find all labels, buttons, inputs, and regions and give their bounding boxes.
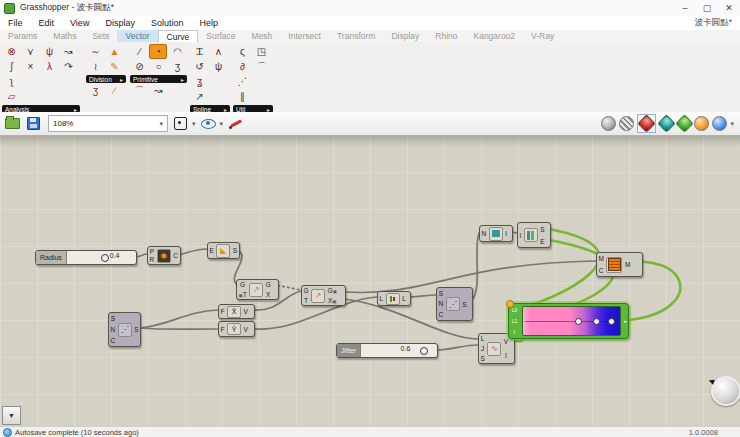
node-series[interactable]: S N C ⋰ S (436, 287, 473, 321)
tab-mesh[interactable]: Mesh (244, 30, 281, 42)
output-port[interactable]: M (625, 261, 630, 268)
zoom-select[interactable]: 108% ▾ (48, 115, 168, 132)
curve-tool-icon[interactable]: ʒ (168, 59, 187, 74)
output-port[interactable]: X▣ (328, 297, 337, 304)
red-gem-button-selected[interactable] (637, 114, 656, 133)
curve-tool-icon[interactable]: ∥ (233, 89, 252, 104)
curve-tool-icon[interactable]: ς (233, 44, 252, 59)
input-port[interactable]: L (380, 295, 384, 302)
curve-tool-icon[interactable]: ↷ (59, 59, 78, 74)
curve-tool-icon[interactable]: ∕ (130, 44, 149, 59)
tab-rhino[interactable]: Rhino (427, 30, 465, 42)
output-port[interactable]: X (266, 291, 270, 298)
node-bounds[interactable]: N I (479, 225, 513, 242)
minimize-button[interactable]: – (674, 0, 696, 16)
slider-track[interactable]: 0.6 (361, 344, 437, 357)
input-port[interactable]: L0 (512, 307, 518, 313)
slider-grip[interactable] (420, 347, 428, 355)
input-port[interactable]: N (111, 326, 116, 333)
curve-tool-icon[interactable]: λ (40, 59, 59, 74)
curve-tool-icon[interactable]: ⌒ (252, 59, 271, 74)
input-port[interactable]: t (514, 329, 515, 335)
input-port[interactable]: F (221, 326, 225, 333)
curve-tool-icon[interactable]: ↝ (59, 44, 78, 59)
curve-tool-icon[interactable]: ↗ (190, 89, 209, 104)
input-port[interactable]: C (439, 311, 444, 318)
input-port[interactable]: N (482, 230, 487, 237)
gradient-swatch[interactable] (522, 306, 621, 336)
menu-help[interactable]: Help (191, 16, 226, 30)
maximize-button[interactable]: ▢ (696, 0, 718, 16)
input-port[interactable]: S (439, 290, 443, 297)
node-gradient-selected[interactable]: L0 L1 t ▸ (508, 303, 629, 339)
input-port[interactable]: L1 (512, 318, 518, 324)
number-slider-jitter[interactable]: Jitter 0.6 (336, 343, 438, 358)
output-port[interactable]: V (243, 308, 247, 315)
curve-tool-icon[interactable]: ↺ (190, 59, 209, 74)
output-port[interactable]: G (266, 281, 271, 288)
curve-tool-icon[interactable]: ⋎ (21, 44, 40, 59)
orange-ball-icon[interactable] (694, 116, 709, 131)
curve-tool-icon[interactable]: ∧ (209, 44, 228, 59)
menu-view[interactable]: View (62, 16, 97, 30)
open-file-button[interactable] (4, 115, 21, 132)
input-port[interactable]: T (304, 297, 308, 304)
curve-tool-icon[interactable]: ◠ (168, 44, 187, 59)
tab-sets[interactable]: Sets (84, 30, 117, 42)
node-unit-x[interactable]: F X̂ V (218, 304, 255, 319)
curve-tool-icon[interactable]: ʅ (2, 74, 21, 89)
number-slider-radius[interactable]: Radius 0.4 (35, 250, 137, 265)
output-port[interactable]: G▣ (328, 287, 337, 294)
output-port[interactable]: S (233, 247, 237, 254)
input-port[interactable]: C (111, 337, 116, 344)
input-port[interactable]: G (240, 281, 245, 288)
save-file-button[interactable] (25, 115, 42, 132)
output-port[interactable]: ▸ (623, 304, 628, 338)
sketch-button[interactable] (227, 115, 244, 132)
node-move[interactable]: G T ↗ G▣ X▣ (301, 285, 346, 306)
canvas-dock-button[interactable]: ▼ (2, 406, 21, 425)
curve-tool-icon-selected[interactable]: ◔ (149, 44, 167, 59)
close-button[interactable]: ✕ (718, 0, 740, 16)
node-series[interactable]: S N C ⋰ S (108, 312, 141, 347)
node-mesh-colours[interactable]: M C M (596, 252, 643, 277)
tab-kangaroo2[interactable]: Kangaroo2 (465, 30, 523, 42)
node-explode[interactable]: E ◣ S (207, 242, 240, 259)
teal-gem-icon[interactable] (658, 114, 676, 132)
output-port[interactable]: V (504, 338, 508, 345)
curve-tool-icon[interactable]: ▱ (2, 89, 21, 104)
green-gem-icon[interactable] (676, 114, 694, 132)
gradient-grip[interactable] (608, 318, 615, 325)
shaded-sphere-icon[interactable] (601, 116, 616, 131)
output-port[interactable]: E (540, 238, 544, 245)
output-port[interactable]: I (505, 230, 507, 237)
output-port[interactable]: L (402, 295, 406, 302)
curve-tool-icon[interactable]: ▲ (105, 44, 124, 59)
curve-tool-icon[interactable]: ⊗ (2, 44, 21, 59)
curve-tool-icon[interactable]: ≀ (86, 59, 105, 74)
output-port[interactable]: V (243, 326, 247, 333)
slider-track[interactable]: 0.4 (67, 251, 136, 264)
node-deconstruct-domain[interactable]: I S E (517, 222, 551, 248)
input-port[interactable]: S (481, 355, 485, 362)
tab-surface[interactable]: Surface (198, 30, 243, 42)
tab-display[interactable]: Display (383, 30, 427, 42)
chevron-down-icon[interactable]: ▾ (220, 120, 224, 128)
input-port[interactable]: I (520, 232, 522, 239)
input-port[interactable]: S (111, 315, 115, 322)
output-port[interactable]: S (540, 226, 544, 233)
input-port[interactable]: L (481, 335, 485, 342)
curve-tool-icon[interactable]: ⋰ (233, 74, 252, 89)
input-port[interactable]: N (439, 300, 444, 307)
node-circle[interactable]: P R ◉ C (147, 246, 181, 265)
tab-vray[interactable]: V-Ray (523, 30, 562, 42)
output-port[interactable]: S (134, 326, 138, 333)
tab-vector[interactable]: Vector (117, 30, 157, 42)
output-port[interactable]: S (462, 301, 466, 308)
menu-file[interactable]: File (0, 16, 31, 30)
curve-tool-icon[interactable]: Ɪ (190, 44, 209, 59)
curve-tool-icon[interactable]: ʒ (86, 83, 105, 98)
preview-button[interactable] (200, 115, 217, 132)
input-port[interactable]: C (599, 267, 604, 274)
node-move[interactable]: G ▣T ↗ G X (236, 279, 279, 300)
